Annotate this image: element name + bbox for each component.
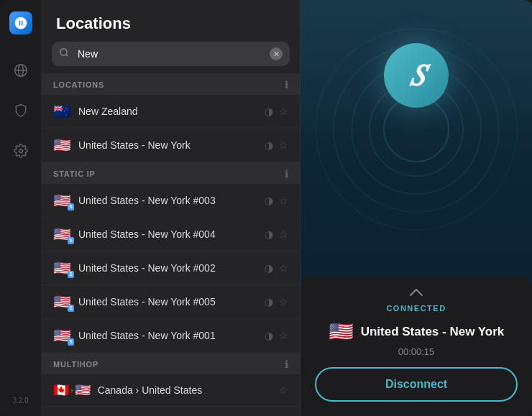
- vpn-status-panel: 𝑆 CONNECTED 🇺🇸 United States - New York …: [301, 0, 532, 416]
- us-ny-001-star-icon[interactable]: ☆: [279, 330, 288, 341]
- vpn-bottom-panel: CONNECTED 🇺🇸 United States - New York 00…: [301, 277, 532, 416]
- multihop-section-label: MULTIHOP: [53, 360, 98, 369]
- connected-status-label: CONNECTED: [315, 304, 518, 313]
- us-ny-003-actions: ◑ ☆: [265, 195, 288, 206]
- app-version: 3.2.0: [12, 397, 28, 405]
- vpn-timer: 00:00:15: [315, 346, 518, 357]
- new-zealand-name: New Zealand: [78, 106, 265, 117]
- us-ny-005-signal-icon: ◑: [265, 296, 273, 308]
- us-new-york-star-icon[interactable]: ☆: [279, 139, 288, 151]
- us-ny-002-flag: 🇺🇸: [53, 259, 71, 277]
- us-ny-003-flag: 🇺🇸: [53, 192, 71, 209]
- us-ny-001-name: United States - New York #001: [78, 330, 265, 341]
- search-bar: ✕: [52, 42, 290, 66]
- vpn-logo: 𝑆: [384, 43, 449, 108]
- vpn-connected-flag: 🇺🇸: [329, 320, 354, 343]
- us-ny-005-flag: 🇺🇸: [53, 293, 71, 310]
- static-ip-info-icon[interactable]: ℹ: [285, 168, 288, 180]
- canada-us-actions: ☆: [279, 384, 288, 396]
- locations-section-header: LOCATIONS ℹ: [42, 73, 300, 95]
- us-ny-003-signal-icon: ◑: [265, 195, 273, 206]
- search-clear-button[interactable]: ✕: [270, 47, 283, 60]
- collapse-chevron-icon[interactable]: [315, 287, 518, 300]
- disconnect-button[interactable]: Disconnect: [315, 367, 518, 402]
- us-ny-004-flag: 🇺🇸: [53, 226, 71, 243]
- vpn-logo-letter: 𝑆: [409, 58, 424, 93]
- new-zealand-actions: ◑ ☆: [265, 106, 288, 117]
- search-input[interactable]: [52, 42, 290, 66]
- us-ny-003-star-icon[interactable]: ☆: [279, 195, 288, 206]
- us-ny-002-name: United States - New York #002: [78, 262, 265, 274]
- location-item-us-ny-005[interactable]: 🇺🇸 United States - New York #005 ◑ ☆: [42, 285, 300, 319]
- us-new-york-name: United States - New York: [78, 139, 265, 151]
- us-ny-002-star-icon[interactable]: ☆: [279, 262, 288, 274]
- us-ny-003-name: United States - New York #003: [78, 195, 265, 206]
- panel-title: Locations: [42, 0, 300, 42]
- vpn-logo-container: 𝑆: [384, 43, 449, 108]
- us-ny-001-flag: 🇺🇸: [53, 327, 71, 344]
- us-new-york-signal-icon: ◑: [265, 139, 273, 151]
- static-ip-section-header: STATIC IP ℹ: [42, 162, 300, 184]
- location-item-us-ny-003[interactable]: 🇺🇸 United States - New York #003 ◑ ☆: [42, 184, 300, 218]
- us-ny-002-actions: ◑ ☆: [265, 262, 288, 274]
- sidebar: 3.2.0: [0, 0, 42, 416]
- multihop-section-header: MULTIHOP ℹ: [42, 353, 300, 374]
- new-zealand-flag: 🇳🇿: [53, 103, 71, 120]
- us-new-york-actions: ◑ ☆: [265, 139, 288, 151]
- us-ny-004-actions: ◑ ☆: [265, 228, 288, 240]
- canada-us-star-icon[interactable]: ☆: [279, 384, 288, 396]
- location-item-us-ny-001[interactable]: 🇺🇸 United States - New York #001 ◑ ☆: [42, 319, 300, 353]
- us-ny-002-signal-icon: ◑: [265, 262, 273, 274]
- new-zealand-signal-icon: ◑: [265, 106, 273, 117]
- location-item-us-new-york[interactable]: 🇺🇸 United States - New York ◑ ☆: [42, 129, 300, 162]
- us-ny-005-actions: ◑ ☆: [265, 296, 288, 308]
- us-ny-005-star-icon[interactable]: ☆: [279, 296, 288, 308]
- static-ip-section-label: STATIC IP: [53, 170, 96, 178]
- vpn-connected-location: United States - New York: [361, 325, 505, 339]
- new-zealand-star-icon[interactable]: ☆: [279, 106, 288, 117]
- app-logo: [9, 11, 32, 34]
- location-item-us-ny-004[interactable]: 🇺🇸 United States - New York #004 ◑ ☆: [42, 218, 300, 251]
- us-ny-001-signal-icon: ◑: [265, 330, 273, 341]
- canada-us-flags: 🇨🇦 › 🇺🇸: [53, 382, 91, 398]
- us-new-york-flag: 🇺🇸: [53, 137, 71, 154]
- location-item-us-ny-002[interactable]: 🇺🇸 United States - New York #002 ◑ ☆: [42, 251, 300, 285]
- us-ny-004-star-icon[interactable]: ☆: [279, 228, 288, 240]
- locations-list: LOCATIONS ℹ 🇳🇿 New Zealand ◑ ☆ 🇺🇸 United…: [42, 73, 300, 416]
- svg-line-5: [66, 55, 68, 57]
- locations-section-label: LOCATIONS: [53, 80, 104, 89]
- us-ny-001-actions: ◑ ☆: [265, 330, 288, 341]
- settings-icon[interactable]: [11, 141, 31, 161]
- canada-us-name: Canada › United States: [98, 384, 279, 396]
- multihop-info-icon[interactable]: ℹ: [285, 359, 288, 370]
- globe-icon[interactable]: [11, 60, 31, 80]
- us-ny-004-name: United States - New York #004: [78, 228, 265, 240]
- svg-point-4: [60, 49, 67, 55]
- locations-info-icon[interactable]: ℹ: [285, 79, 288, 91]
- svg-point-3: [19, 149, 22, 153]
- location-item-canada-us[interactable]: 🇨🇦 › 🇺🇸 Canada › United States ☆: [42, 374, 300, 407]
- vpn-location-info: 🇺🇸 United States - New York: [315, 320, 518, 343]
- locations-panel: Locations ✕ LOCATIONS ℹ 🇳🇿 New Zealand ◑…: [42, 0, 301, 416]
- search-icon: [59, 47, 69, 60]
- us-ny-005-name: United States - New York #005: [78, 296, 265, 308]
- location-item-new-zealand[interactable]: 🇳🇿 New Zealand ◑ ☆: [42, 95, 300, 129]
- shield-icon[interactable]: [11, 101, 31, 121]
- us-ny-004-signal-icon: ◑: [265, 228, 273, 240]
